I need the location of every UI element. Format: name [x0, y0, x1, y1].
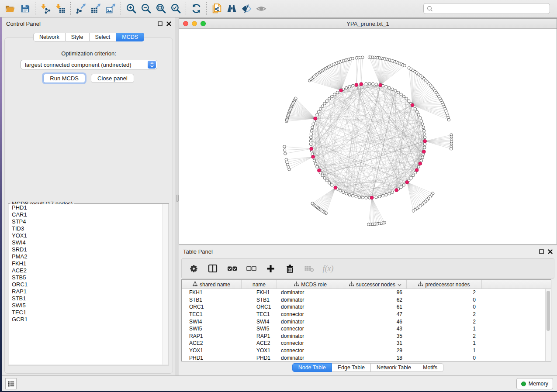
- table-cell[interactable]: 0: [407, 355, 482, 361]
- mcds-result-item[interactable]: RAP1: [9, 288, 168, 295]
- table-cell[interactable]: ORC1: [242, 304, 277, 310]
- table-cell[interactable]: STB1: [182, 297, 242, 303]
- mcds-result-item[interactable]: SWI4: [9, 239, 168, 246]
- table-cell[interactable]: 1: [407, 347, 482, 354]
- table-cell[interactable]: FKH1: [182, 289, 242, 296]
- table-cell[interactable]: 2: [407, 333, 482, 339]
- column-header-MCDS-role[interactable]: MCDS role: [277, 280, 344, 289]
- table-cell[interactable]: 18: [344, 355, 407, 361]
- refresh-layout-button[interactable]: [189, 2, 204, 16]
- table-cell[interactable]: 46: [344, 319, 407, 325]
- mcds-result-item[interactable]: ORC1: [9, 281, 168, 288]
- table-cell[interactable]: 47: [344, 311, 407, 317]
- network-canvas[interactable]: [179, 29, 557, 244]
- table-cell[interactable]: ACE2: [242, 340, 277, 346]
- table-cell[interactable]: connector: [277, 347, 344, 354]
- table-cell[interactable]: FKH1: [242, 289, 277, 296]
- network-window-titlebar[interactable]: YPA_prune.txt_1: [179, 19, 557, 29]
- table-cell[interactable]: dominator: [277, 289, 344, 296]
- table-cell[interactable]: 29: [344, 347, 407, 354]
- table-cell[interactable]: YOX1: [182, 347, 242, 354]
- table-cell[interactable]: SWI4: [242, 319, 277, 325]
- table-cell[interactable]: TEC1: [182, 311, 242, 317]
- memory-button[interactable]: Memory: [516, 378, 553, 389]
- column-header-name[interactable]: name: [242, 280, 277, 289]
- table-row[interactable]: SWI5SWI5connector431: [182, 325, 545, 333]
- tab-edge-table[interactable]: Edge Table: [332, 363, 371, 372]
- graphics-details-button[interactable]: [239, 2, 254, 16]
- table-cell[interactable]: 2: [407, 319, 482, 325]
- show-columns-button[interactable]: [206, 262, 219, 275]
- table-cell[interactable]: ACE2: [182, 340, 242, 346]
- table-row[interactable]: ORC1ORC1dominator610: [182, 303, 545, 311]
- table-cell[interactable]: 0: [407, 297, 482, 303]
- table-row[interactable]: ACE2ACE2connector311: [182, 340, 545, 347]
- mcds-result-item[interactable]: PMA2: [9, 253, 168, 260]
- search-input[interactable]: [435, 5, 547, 12]
- tab-select[interactable]: Select: [90, 33, 117, 41]
- mcds-result-item[interactable]: TID3: [9, 225, 168, 232]
- zoom-out-button[interactable]: [138, 2, 153, 16]
- table-row[interactable]: PHD1PHD1dominator180: [182, 354, 545, 361]
- table-cell[interactable]: connector: [277, 326, 344, 332]
- float-panel-icon[interactable]: [158, 21, 163, 26]
- table-row[interactable]: YOX1YOX1connector291: [182, 347, 545, 354]
- table-scrollbar-thumb[interactable]: [547, 291, 550, 331]
- table-cell[interactable]: SWI5: [242, 326, 277, 332]
- table-cell[interactable]: dominator: [277, 319, 344, 325]
- table-cell[interactable]: 35: [344, 333, 407, 339]
- add-column-button[interactable]: [264, 262, 277, 275]
- zoom-selected-button[interactable]: [168, 2, 183, 16]
- tab-mcds[interactable]: MCDS: [116, 33, 144, 41]
- table-cell[interactable]: STB1: [242, 297, 277, 303]
- unselect-all-button[interactable]: [245, 262, 258, 275]
- table-cell[interactable]: 2: [407, 311, 482, 317]
- table-cell[interactable]: ORC1: [182, 304, 242, 310]
- table-cell[interactable]: 1: [407, 340, 482, 346]
- table-cell[interactable]: 2: [407, 289, 482, 296]
- mcds-result-item[interactable]: CAR1: [9, 211, 168, 218]
- column-header-shared-name[interactable]: shared name: [182, 280, 242, 289]
- select-all-button[interactable]: [225, 262, 239, 275]
- mcds-result-item[interactable]: STP4: [9, 218, 168, 225]
- import-network-button[interactable]: [38, 2, 53, 16]
- table-cell[interactable]: YOX1: [242, 347, 277, 354]
- mcds-result-item[interactable]: STB5: [9, 274, 168, 281]
- tab-node-table[interactable]: Node Table: [292, 363, 332, 372]
- mcds-result-item[interactable]: ACE2: [9, 267, 168, 274]
- run-mcds-button[interactable]: Run MCDS: [43, 74, 85, 83]
- function-builder-button[interactable]: f(x): [322, 262, 335, 275]
- mcds-result-scrollbar[interactable]: [163, 204, 168, 364]
- table-row[interactable]: FKH1FKH1dominator962: [182, 289, 545, 296]
- table-cell[interactable]: 31: [344, 340, 407, 346]
- tab-network[interactable]: Network: [33, 33, 66, 41]
- table-cell[interactable]: PHD1: [182, 355, 242, 361]
- search-binoculars-button[interactable]: [224, 2, 239, 16]
- table-cell[interactable]: 0: [407, 304, 482, 310]
- table-scrollbar[interactable]: [545, 289, 551, 361]
- optimization-criterion-select[interactable]: largest connected component (undirected): [21, 60, 157, 69]
- table-cell[interactable]: dominator: [277, 297, 344, 303]
- table-settings-button[interactable]: [187, 262, 200, 275]
- export-network-button[interactable]: [73, 2, 88, 16]
- table-row[interactable]: SWI4SWI4dominator462: [182, 318, 545, 325]
- table-cell[interactable]: RAP1: [242, 333, 277, 339]
- table-cell[interactable]: 62: [344, 297, 407, 303]
- save-session-button[interactable]: [17, 2, 32, 16]
- zoom-fit-button[interactable]: [153, 2, 168, 16]
- mcds-result-item[interactable]: FKH1: [9, 260, 168, 267]
- table-cell[interactable]: connector: [277, 311, 344, 317]
- clone-network-button[interactable]: [209, 2, 224, 16]
- tab-style[interactable]: Style: [66, 33, 90, 41]
- import-table-button[interactable]: [53, 2, 68, 16]
- table-cell[interactable]: PHD1: [242, 355, 277, 361]
- delete-table-button[interactable]: [302, 262, 315, 275]
- mcds-result-item[interactable]: STB1: [9, 295, 168, 302]
- table-cell[interactable]: 61: [344, 304, 407, 310]
- table-cell[interactable]: RAP1: [182, 333, 242, 339]
- float-panel-icon[interactable]: [539, 249, 544, 254]
- mcds-result-item[interactable]: GCR1: [9, 316, 168, 323]
- open-session-button[interactable]: [3, 2, 17, 16]
- mcds-result-list[interactable]: PHD1CAR1STP4TID3YOX1SWI4SRD1PMA2FKH1ACE2…: [9, 204, 168, 364]
- table-cell[interactable]: SWI5: [182, 326, 242, 332]
